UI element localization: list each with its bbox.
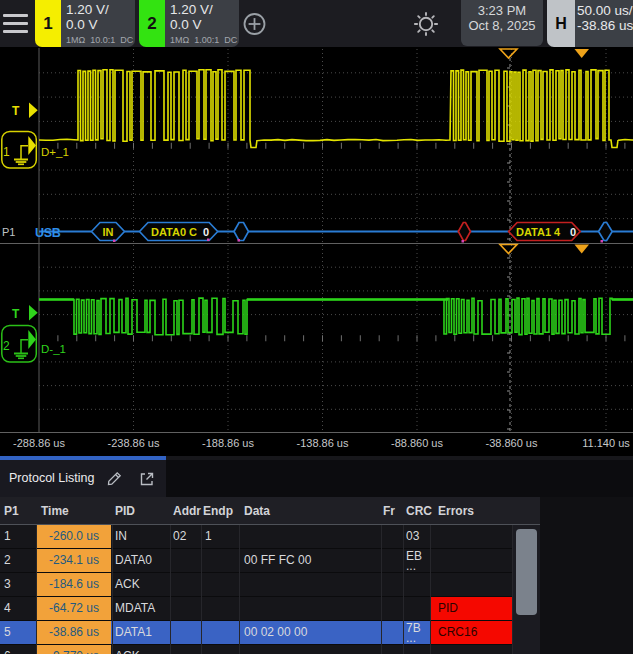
svg-text:2: 2 xyxy=(3,339,10,353)
svg-text:P1: P1 xyxy=(2,226,15,238)
svg-text:DATA1 4: DATA1 4 xyxy=(516,226,561,238)
svg-text:1: 1 xyxy=(3,145,10,159)
svg-text:0: 0 xyxy=(203,226,209,238)
svg-text:T: T xyxy=(12,307,20,321)
svg-text:0: 0 xyxy=(570,226,576,238)
svg-text:USB: USB xyxy=(35,226,61,240)
svg-text:DATA0 C: DATA0 C xyxy=(151,226,197,238)
svg-text:D-_1: D-_1 xyxy=(41,343,66,355)
svg-text:IN: IN xyxy=(103,226,114,238)
svg-text:T: T xyxy=(12,104,20,118)
svg-text:D+_1: D+_1 xyxy=(41,146,69,158)
